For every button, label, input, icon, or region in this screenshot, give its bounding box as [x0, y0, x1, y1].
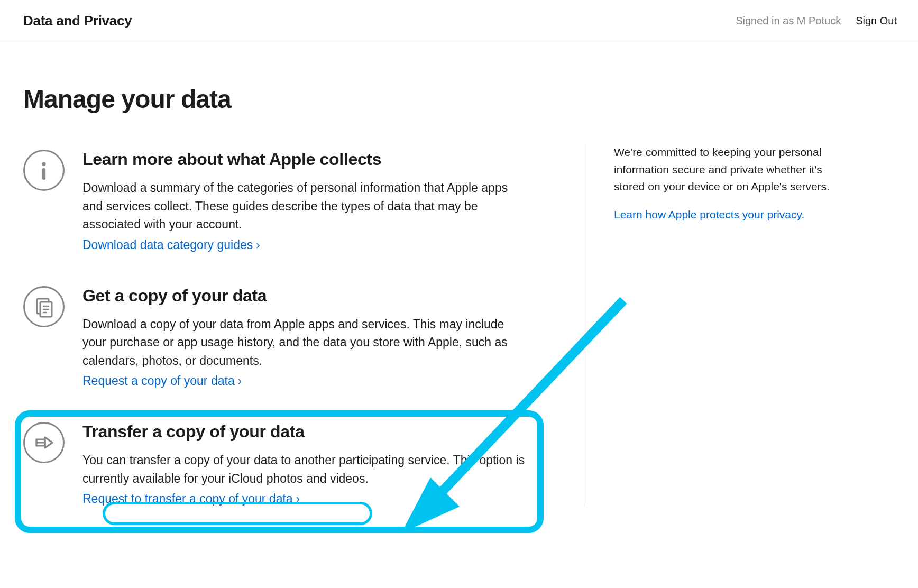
- page-heading: Manage your data: [23, 85, 584, 114]
- section-title: Learn more about what Apple collects: [82, 150, 527, 169]
- privacy-learn-link[interactable]: Learn how Apple protects your privacy.: [614, 208, 804, 221]
- info-icon: [23, 150, 65, 191]
- svg-point-0: [42, 162, 46, 166]
- section-learn-more: Learn more about what Apple collects Dow…: [23, 150, 584, 252]
- main-column: Manage your data Learn more about what A…: [23, 85, 584, 506]
- request-copy-link[interactable]: Request a copy of your data: [82, 374, 242, 388]
- topbar: Data and Privacy Signed in as M Potuck S…: [0, 0, 918, 42]
- content: Manage your data Learn more about what A…: [0, 42, 918, 527]
- topbar-right: Signed in as M Potuck Sign Out: [736, 15, 897, 27]
- transfer-arrow-icon: [23, 422, 65, 463]
- section-body: Get a copy of your data Download a copy …: [82, 286, 527, 389]
- section-body: Transfer a copy of your data You can tra…: [82, 422, 527, 506]
- section-desc: Download a copy of your data from Apple …: [82, 315, 527, 370]
- section-body: Learn more about what Apple collects Dow…: [82, 150, 527, 252]
- section-title: Transfer a copy of your data: [82, 422, 527, 442]
- documents-icon: [23, 286, 65, 327]
- signed-in-label: Signed in as M Potuck: [736, 15, 841, 27]
- download-guides-link[interactable]: Download data category guides: [82, 238, 260, 252]
- section-get-copy: Get a copy of your data Download a copy …: [23, 286, 584, 389]
- svg-rect-1: [42, 168, 45, 180]
- topbar-title: Data and Privacy: [23, 13, 132, 29]
- sign-out-link[interactable]: Sign Out: [856, 15, 897, 27]
- sidebar-column: We're committed to keeping your personal…: [584, 144, 838, 506]
- section-desc: Download a summary of the categories of …: [82, 179, 527, 234]
- section-transfer: Transfer a copy of your data You can tra…: [23, 422, 584, 506]
- section-title: Get a copy of your data: [82, 286, 527, 306]
- request-transfer-link[interactable]: Request to transfer a copy of your data: [82, 492, 300, 506]
- section-desc: You can transfer a copy of your data to …: [82, 451, 527, 488]
- sidebar-text: We're committed to keeping your personal…: [614, 144, 838, 196]
